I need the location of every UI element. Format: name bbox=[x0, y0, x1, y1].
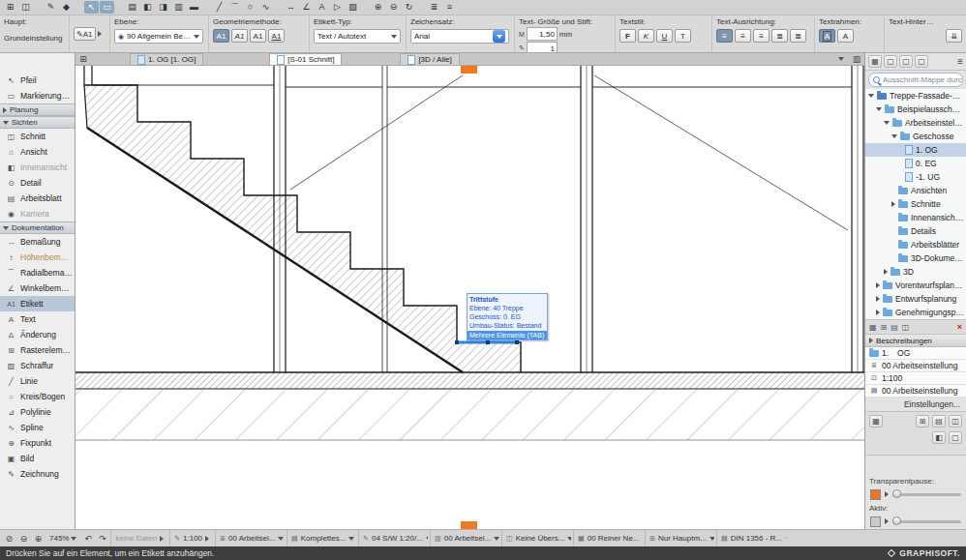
marquee-icon[interactable]: ▭ bbox=[100, 1, 114, 14]
default-label-tool-button[interactable]: ✎ A1 bbox=[74, 27, 96, 41]
bold-button[interactable]: F bbox=[619, 29, 636, 43]
tab-s01-schnitt[interactable]: [S-01 Schnitt] bbox=[269, 53, 342, 65]
tool-etikett[interactable]: A1Etikett bbox=[0, 296, 75, 311]
tree-item-beispielausschnitte[interactable]: Beispielausschnitte bbox=[865, 103, 966, 116]
tree-item-vorentwurfsplanung[interactable]: Vorentwurfsplanung bbox=[865, 279, 966, 292]
graphic-override-dropdown[interactable]: ◫ Keine Übers... bbox=[501, 530, 571, 546]
tree-item-innenansichten[interactable]: Innenansichten bbox=[865, 211, 966, 224]
tab-3d-alle[interactable]: [3D / Alle] bbox=[400, 53, 459, 65]
line-icon[interactable]: ╱ bbox=[212, 1, 226, 14]
pen-number-input[interactable]: 1 bbox=[527, 42, 558, 52]
orbit-icon[interactable]: ↻ bbox=[402, 1, 416, 14]
previous-view-icon[interactable]: ↶ bbox=[81, 534, 94, 544]
pen-icon[interactable]: ✎ bbox=[44, 1, 58, 14]
tree-item-entwurfsplanung[interactable]: Entwurfsplanung bbox=[865, 292, 966, 306]
tool-winkelbemassung[interactable]: ∠Winkelbemaßung bbox=[0, 280, 75, 296]
grid-icon[interactable]: ⊞ bbox=[3, 1, 17, 14]
einstellungen-button[interactable]: Einstellungen... bbox=[865, 398, 966, 411]
zoom-in-icon[interactable]: ⊕ bbox=[32, 534, 45, 544]
cursor-icon[interactable]: ↖ bbox=[84, 1, 99, 14]
publisher-icon[interactable]: ▢ bbox=[915, 55, 928, 68]
pen-set-dropdown[interactable]: ✎ 04 S/W 1:20/... bbox=[358, 530, 428, 546]
toolbox-section-dokumentation[interactable]: Dokumentation bbox=[0, 221, 75, 234]
spline-icon[interactable]: ∿ bbox=[258, 1, 273, 14]
tree-item-1og[interactable]: 1. OG bbox=[865, 143, 966, 157]
dock-right-icon[interactable]: ▢ bbox=[949, 431, 962, 444]
toolbox-section-planung[interactable]: Planung bbox=[0, 103, 75, 116]
tool-innenansicht[interactable]: ◧Innenansicht bbox=[0, 160, 75, 175]
arc-icon[interactable]: ⌒ bbox=[227, 1, 242, 14]
text-background-button[interactable]: ⇊ bbox=[946, 29, 962, 43]
slider-knob[interactable] bbox=[892, 489, 901, 498]
line-spacing-button[interactable]: ≣ bbox=[771, 29, 788, 43]
dimension-icon[interactable]: ↔ bbox=[284, 1, 298, 14]
hamburger-menu-icon[interactable]: ≡ bbox=[957, 56, 963, 67]
tool-radialbemassung[interactable]: ⌒Radialbemaßung bbox=[0, 265, 75, 280]
no-data-indicator[interactable]: keine Daten bbox=[110, 530, 167, 546]
tool-pfeil[interactable]: ↖Pfeil bbox=[0, 73, 75, 88]
beschreibungen-header[interactable]: Beschreibungen bbox=[865, 335, 966, 347]
renovation-filter-dropdown[interactable]: ▦ 00 Reiner Ne... bbox=[573, 530, 643, 546]
partial-structure-dropdown[interactable]: ⊞ Nur Hauptm... bbox=[645, 530, 714, 546]
grundeinstellung-selector[interactable]: Grundeinstellung bbox=[4, 34, 65, 43]
text-icon[interactable]: A bbox=[315, 1, 329, 14]
strikethrough-button[interactable]: T bbox=[675, 29, 691, 43]
list-icon[interactable]: ▤ bbox=[932, 415, 946, 427]
font-dropdown[interactable]: Arial bbox=[410, 29, 509, 44]
label-icon[interactable]: ▷ bbox=[330, 1, 345, 14]
geometry-method-2-button[interactable]: A1 bbox=[231, 29, 248, 43]
tree-item-3d[interactable]: 3D bbox=[865, 265, 966, 279]
tree-item-arbeitseinstellung[interactable]: Arbeitseinstellung bbox=[865, 116, 966, 130]
next-view-icon[interactable]: ↷ bbox=[96, 534, 108, 544]
anchor-button[interactable]: ≣ bbox=[790, 29, 806, 43]
italic-button[interactable]: K bbox=[638, 29, 654, 43]
new-folder-icon[interactable]: ⊞ bbox=[881, 323, 888, 332]
underline-button[interactable]: U bbox=[656, 29, 673, 43]
beam-icon[interactable]: ▬ bbox=[187, 1, 201, 14]
navigator-search-input[interactable]: Ausschnitt-Mappe durchsuchen bbox=[868, 73, 963, 87]
tool-text[interactable]: AText bbox=[0, 311, 75, 327]
dimension-standard-dropdown[interactable]: ▤ DIN 1356 - R... bbox=[716, 530, 786, 546]
suspend-groups-icon[interactable]: ⊘ bbox=[3, 534, 15, 544]
tree-item-genehmigungsplanung[interactable]: Genehmigungsplanung bbox=[865, 306, 966, 319]
settings-icon[interactable]: ≡ bbox=[442, 1, 457, 14]
align-left-button[interactable]: ≡ bbox=[716, 29, 733, 43]
tool-bemassung[interactable]: ↔Bemaßung bbox=[0, 234, 75, 250]
tool-schraffur[interactable]: ▨Schraffur bbox=[0, 358, 75, 373]
tree-item-minus1ug[interactable]: -1. UG bbox=[865, 170, 966, 184]
label-type-dropdown[interactable]: Text / Autotext bbox=[314, 29, 401, 44]
scale-row[interactable]: ⊡ 1:100 bbox=[865, 372, 966, 385]
layer-dropdown[interactable]: ◉ 90 Allgemein Beschriftungen bbox=[114, 29, 203, 44]
pen-set-row[interactable]: ▤ 00 Arbeitseinstellung bbox=[865, 385, 966, 398]
drawing-canvas[interactable]: Trittstufe Ebene: 40 Treppe Geschoss: 0.… bbox=[75, 66, 864, 529]
layoutbook-icon[interactable]: ▢ bbox=[899, 55, 913, 68]
active-slider[interactable] bbox=[892, 520, 961, 523]
tool-schnitt[interactable]: ◫Schnitt bbox=[0, 129, 75, 144]
tree-item-geschosse[interactable]: Geschosse bbox=[865, 130, 966, 143]
trace-color-swatch[interactable] bbox=[870, 489, 881, 500]
zoom-in-icon[interactable]: ⊕ bbox=[371, 1, 385, 14]
tool-aenderung[interactable]: ΔÄnderung bbox=[0, 327, 75, 342]
split-icon[interactable]: ◫ bbox=[949, 415, 962, 427]
story-property-row[interactable]: 1. OG bbox=[865, 347, 966, 360]
tool-ansicht[interactable]: ⌂Ansicht bbox=[0, 144, 75, 160]
align-right-button[interactable]: ≡ bbox=[753, 29, 770, 43]
viewmap-icon[interactable]: ▢ bbox=[884, 55, 897, 68]
save-view-icon[interactable]: ▤ bbox=[891, 323, 898, 332]
align-center-button[interactable]: ≡ bbox=[735, 29, 751, 43]
dropdown-button[interactable] bbox=[493, 30, 505, 43]
frame-off-button[interactable]: A bbox=[837, 29, 854, 43]
tool-kreis-bogen[interactable]: ○Kreis/Bogen bbox=[0, 389, 75, 404]
geometry-method-1-button[interactable]: A1 bbox=[213, 29, 229, 43]
angle-icon[interactable]: ∠ bbox=[299, 1, 314, 14]
hatch-icon[interactable]: ▨ bbox=[346, 1, 360, 14]
tree-item-0eg[interactable]: 0. EG bbox=[865, 157, 966, 170]
structure-display-dropdown[interactable]: ▤ Komplettes... bbox=[287, 530, 356, 546]
favorites-icon[interactable]: ▦ bbox=[869, 415, 883, 427]
tree-item-root[interactable]: Treppe-Fassade-Etikette bbox=[865, 89, 966, 103]
tab-overview-button[interactable]: ⊞ bbox=[75, 53, 91, 65]
column-icon[interactable]: ▥ bbox=[171, 1, 186, 14]
layers-icon[interactable]: ≣ bbox=[427, 1, 441, 14]
transparency-slider[interactable] bbox=[892, 493, 961, 496]
circle-icon[interactable]: ○ bbox=[243, 1, 257, 14]
